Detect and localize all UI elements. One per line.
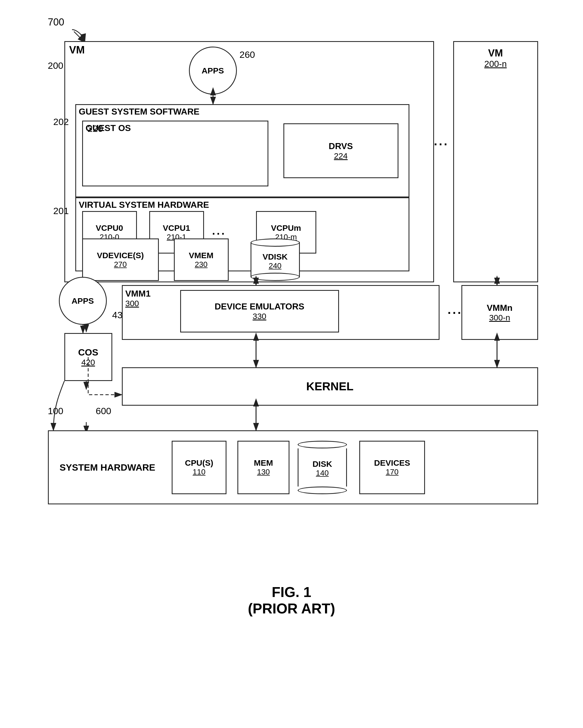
mem-box: MEM 130 [238, 441, 289, 494]
cpu-label: CPU(S) [185, 458, 213, 468]
drvs-label: DRVS [329, 141, 353, 151]
vm-n-box: VM 200-n [453, 41, 538, 282]
vmem-label: VMEM [189, 251, 214, 260]
mem-label: MEM [254, 458, 273, 468]
ref-700-text: 700 [48, 17, 64, 28]
devices-label: DEVICES [374, 458, 410, 468]
ref-220: 220 [88, 123, 103, 134]
devices-box: DEVICES 170 [359, 441, 425, 494]
disk-num: 140 [316, 469, 329, 477]
ref-202: 202 [53, 116, 69, 127]
mem-num: 130 [257, 468, 270, 476]
cpu-box: CPU(S) 110 [172, 441, 226, 494]
diagram: 700 VM 200 APPS 260 GUEST SYSTEM SOFTWAR… [31, 17, 552, 620]
vdevice-num: 270 [114, 260, 127, 269]
apps-circle: APPS [189, 47, 237, 95]
vmmn-box: VMMn 300-n [462, 285, 538, 340]
drvs-num: 224 [334, 151, 348, 161]
system-hw-box: SYSTEM HARDWARE CPU(S) 110 MEM 130 DISK … [48, 430, 538, 504]
disk-cylinder: DISK 140 [298, 441, 347, 494]
vmem-num: 230 [195, 260, 207, 269]
vm-label: VM [69, 44, 85, 56]
fig-title: FIG. 1 [248, 584, 335, 600]
fig-subtitle: (PRIOR ART) [248, 600, 335, 617]
vcpu-dots: ... [212, 225, 226, 237]
ref-600: 600 [96, 406, 111, 416]
vm-dots: ... [434, 134, 449, 148]
ref-201: 201 [53, 206, 69, 216]
vcpum-label: VCPUm [271, 224, 301, 233]
device-em-label: DEVICE EMULATORS [215, 302, 305, 312]
kernel-label: KERNEL [306, 380, 354, 393]
cos-box: COS 420 [64, 333, 112, 381]
vdevice-label: VDEVICE(S) [97, 251, 144, 260]
vdisk-num: 240 [269, 261, 281, 270]
vdisk-label: VDISK [262, 252, 288, 261]
ref-260: 260 [240, 49, 255, 60]
device-em-box: DEVICE EMULATORS 330 [180, 290, 339, 333]
disk-label: DISK [312, 459, 332, 469]
virtual-system-label: VIRTUAL SYSTEM HARDWARE [76, 198, 409, 212]
cpu-num: 110 [193, 468, 206, 476]
devices-num: 170 [386, 468, 399, 476]
vmm1-box: VMM1 300 DEVICE EMULATORS 330 [122, 285, 440, 340]
device-em-num: 330 [252, 312, 266, 321]
vcpu0-label: VCPU0 [95, 224, 123, 233]
vdevice-box: VDEVICE(S) 270 [82, 238, 159, 281]
vm-n-label: VM [488, 47, 503, 59]
vm-n-num: 200-n [484, 59, 507, 69]
guest-os-label: GUEST OS [83, 122, 268, 135]
vmmn-num: 300-n [489, 313, 510, 322]
figure-label: FIG. 1 (PRIOR ART) [248, 584, 335, 617]
vmm1-num: 300 [126, 299, 139, 308]
vmmn-label: VMMn [487, 303, 512, 313]
vmm1-label: VMM1 [126, 289, 150, 299]
ref-700-label: 700 [48, 17, 64, 28]
kernel-box: KERNEL [122, 367, 538, 406]
cos-num: 420 [81, 358, 95, 367]
apps2-label: APPS [72, 296, 94, 306]
apps-label: APPS [201, 66, 224, 75]
vmm-dots: ... [448, 303, 463, 317]
drvs-box: DRVS 224 [283, 123, 398, 178]
vcpu1-label: VCPU1 [163, 224, 190, 233]
ref-100: 100 [48, 406, 63, 416]
vdisk-cylinder: VDISK 240 [251, 238, 300, 281]
cos-label: COS [78, 347, 98, 358]
sys-hw-label: SYSTEM HARDWARE [60, 462, 155, 473]
vmem-box: VMEM 230 [174, 238, 229, 281]
ref-200: 200 [48, 60, 63, 71]
apps2-circle: APPS [59, 277, 107, 325]
guest-os-box: GUEST OS [82, 121, 268, 186]
guest-system-label: GUEST SYSTEM SOFTWARE [76, 105, 409, 119]
